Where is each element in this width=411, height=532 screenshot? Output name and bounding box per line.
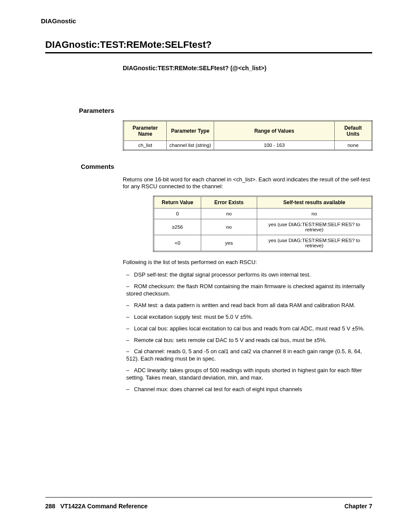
- page-title: DIAGnostic:TEST:REMote:SELFtest?: [45, 39, 372, 50]
- parameters-label: Parameters: [45, 107, 114, 114]
- td: channel list (string): [167, 140, 214, 150]
- list-item: –ADC linearity: takes groups of 500 read…: [126, 367, 372, 382]
- bullet-text: Local excitation supply test: must be 5.…: [134, 314, 253, 320]
- table-row: ch_list channel list (string) 100 - 163 …: [124, 140, 372, 150]
- footer-left: 288 VT1422A Command Reference: [45, 503, 148, 510]
- header-category: DIAGnostic: [41, 17, 372, 25]
- th-return-value: Return Value: [154, 196, 201, 208]
- td: ≥256: [154, 219, 201, 235]
- chapter-label: Chapter 7: [344, 503, 372, 510]
- th-selftest-avail: Self-test results available: [257, 196, 372, 208]
- page-number: 288: [45, 503, 55, 510]
- bullet-text: Local cal bus: applies local excitation …: [134, 325, 364, 332]
- th-param-type: Parameter Type: [167, 121, 214, 140]
- table-header-row: Parameter Name Parameter Type Range of V…: [124, 121, 372, 140]
- td: yes (use DIAG:TEST:REM:SELF:RES? to retr…: [257, 235, 372, 252]
- td: none: [335, 140, 372, 150]
- td: 100 - 163: [214, 140, 335, 150]
- table-header-row: Return Value Error Exists Self-test resu…: [154, 196, 372, 208]
- td: no: [257, 208, 372, 219]
- comments-intro: Returns one 16-bit word for each channel…: [123, 176, 372, 191]
- bullet-text: ROM checksum: the flash ROM containing t…: [126, 283, 364, 297]
- comments-body: Returns one 16-bit word for each channel…: [123, 176, 372, 191]
- bullet-text: Channel mux: does channel cal test for e…: [134, 386, 302, 392]
- bullet-text: ADC linearity: takes groups of 500 readi…: [126, 367, 362, 381]
- table-row: <0 yes yes (use DIAG:TEST:REM:SELF:RES? …: [154, 235, 372, 252]
- bullets-section: Following is the list of tests performed…: [123, 259, 372, 393]
- td: ch_list: [124, 140, 167, 150]
- th-default-units: Default Units: [335, 121, 372, 140]
- bullet-text: Remote cal bus: sets remote cal DAC to 5…: [134, 337, 327, 343]
- list-item: –Channel mux: does channel cal test for …: [126, 386, 372, 393]
- list-item: –Cal channel: reads 0, 5 and -5 on cal1 …: [126, 348, 372, 363]
- parameters-table: Parameter Name Parameter Type Range of V…: [123, 120, 373, 151]
- td: no: [201, 219, 257, 235]
- footer-right: Chapter 7: [344, 503, 372, 510]
- list-item: –Remote cal bus: sets remote cal DAC to …: [126, 337, 372, 344]
- comments-label: Comments: [45, 163, 114, 170]
- bullet-text: Cal channel: reads 0, 5 and -5 on cal1 a…: [126, 348, 362, 362]
- td: <0: [154, 235, 201, 252]
- td: yes: [201, 235, 257, 252]
- result-table: Return Value Error Exists Self-test resu…: [153, 196, 373, 252]
- list-item: –RAM test: a data pattern is written and…: [126, 302, 372, 309]
- td: no: [201, 208, 257, 219]
- td: yes (use DIAG:TEST:REM:SELF:RES? to retr…: [257, 219, 372, 235]
- bullet-text: DSP self-test: the digital signal proces…: [134, 271, 311, 278]
- th-param-name: Parameter Name: [124, 121, 167, 140]
- doc-title: VT1422A Command Reference: [60, 503, 148, 510]
- table-row: 0 no no: [154, 208, 372, 219]
- title-rule: [45, 52, 372, 53]
- syntax-text: DIAGnostic:TEST:REMote:SELFtest? (@<ch_l…: [123, 65, 266, 72]
- list-item: –Local excitation supply test: must be 5…: [126, 314, 372, 321]
- list-item: –ROM checksum: the flash ROM containing …: [126, 283, 372, 298]
- bullet-text: RAM test: a data pattern is written and …: [134, 302, 355, 308]
- syntax-line: DIAGnostic:TEST:REMote:SELFtest? (@<ch_l…: [123, 65, 372, 78]
- list-item: –Local cal bus: applies local excitation…: [126, 325, 372, 333]
- th-error-exists: Error Exists: [201, 196, 257, 208]
- footer-rule: [45, 497, 372, 498]
- table-row: ≥256 no yes (use DIAG:TEST:REM:SELF:RES?…: [154, 219, 372, 235]
- bullets-intro: Following is the list of tests performed…: [123, 259, 372, 266]
- td: 0: [154, 208, 201, 219]
- th-range: Range of Values: [214, 121, 335, 140]
- result-table-wrap: Return Value Error Exists Self-test resu…: [153, 196, 372, 252]
- parameters-table-wrap: Parameter Name Parameter Type Range of V…: [123, 120, 372, 151]
- list-item: –DSP self-test: the digital signal proce…: [126, 271, 372, 279]
- page-footer: 288 VT1422A Command Reference Chapter 7: [45, 497, 372, 510]
